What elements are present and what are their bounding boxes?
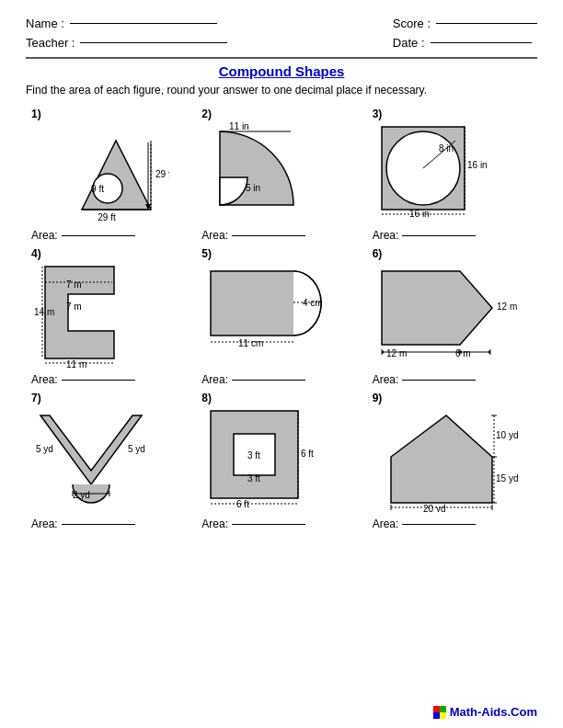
problem-5-area: Area:: [201, 373, 305, 386]
problem-3-num: 3): [373, 108, 383, 120]
svg-text:11 in: 11 in: [229, 122, 249, 131]
problem-6: 6) 12 m 12 m 6 m: [367, 244, 537, 388]
date-row: Date :: [393, 36, 537, 50]
watermark-text: Math-Aids.Com: [450, 705, 537, 719]
svg-text:8 in: 8 in: [439, 143, 454, 154]
problems-grid: 1) 9 ft 29 ft 29 ft: [26, 104, 537, 532]
svg-text:7 m: 7 m: [66, 301, 82, 312]
svg-text:29 ft: 29 ft: [98, 212, 116, 222]
name-row: Name :: [26, 17, 227, 30]
teacher-row: Teacher :: [26, 36, 227, 50]
problem-9-svg: 10 yd 15 yd 20 yd: [373, 406, 520, 512]
svg-text:6 m: 6 m: [455, 348, 471, 358]
name-label: Name :: [26, 17, 64, 30]
problem-8-svg: 3 ft 3 ft 6 ft 6 ft: [201, 406, 339, 512]
svg-text:14 m: 14 m: [34, 307, 54, 317]
header-right: Score : Date :: [393, 17, 537, 50]
problem-2-num: 2): [201, 108, 212, 120]
svg-text:5 yd: 5 yd: [128, 444, 145, 454]
problem-1: 1) 9 ft 29 ft 29 ft: [26, 104, 196, 244]
svg-text:11 cm: 11 cm: [238, 338, 263, 348]
teacher-label: Teacher :: [26, 36, 75, 50]
problem-4-area: Area:: [31, 373, 135, 386]
svg-text:3 ft: 3 ft: [247, 473, 260, 483]
svg-text:5 in: 5 in: [246, 183, 260, 193]
svg-text:9 ft: 9 ft: [91, 184, 104, 194]
teacher-line: [80, 42, 227, 43]
problem-6-svg: 12 m 12 m 6 m: [373, 262, 520, 368]
page: Name : Teacher : Score : Date : Compound…: [0, 0, 563, 728]
problem-2-svg: 11 in 5 in: [201, 122, 321, 223]
problem-1-num: 1): [31, 108, 41, 120]
instructions: Find the area of each figure, round your…: [26, 84, 537, 97]
problem-9-area: Area:: [373, 518, 477, 530]
score-line: [436, 23, 537, 24]
watermark: Math-Aids.Com: [433, 702, 537, 720]
svg-marker-31: [382, 271, 492, 345]
problem-1-area: Area:: [31, 229, 135, 242]
header-left: Name : Teacher :: [26, 17, 227, 50]
date-label: Date :: [393, 36, 425, 50]
svg-text:2 yd: 2 yd: [73, 490, 90, 500]
problem-8-area: Area:: [201, 518, 305, 530]
svg-text:10 yd: 10 yd: [496, 430, 518, 440]
problem-4-svg: 14 m 7 m 7 m 11 m: [31, 262, 169, 368]
date-line: [431, 42, 532, 43]
problem-7-svg: 5 yd 5 yd 2 yd: [31, 406, 169, 512]
svg-text:29 ft: 29 ft: [155, 169, 169, 179]
problem-3-area: Area:: [373, 229, 477, 242]
svg-marker-58: [391, 415, 492, 503]
problem-7-num: 7): [31, 392, 41, 404]
score-label: Score :: [393, 17, 431, 30]
svg-text:16 in: 16 in: [467, 160, 488, 170]
page-title: Compound Shapes: [26, 63, 537, 79]
problem-1-svg: 9 ft 29 ft 29 ft: [31, 122, 169, 223]
problem-3: 3) 8 in 16 in 16 in Area:: [367, 104, 537, 244]
score-row: Score :: [393, 17, 537, 30]
svg-text:3 ft: 3 ft: [247, 450, 260, 461]
svg-text:5 yd: 5 yd: [36, 444, 53, 454]
svg-text:7 m: 7 m: [66, 279, 82, 290]
problem-9-num: 9): [373, 392, 383, 404]
problem-5-svg: 4 cm 11 cm: [201, 262, 339, 368]
problem-4: 4) 14 m 7 m 7 m 11 m Area:: [26, 244, 196, 388]
problem-5-num: 5): [201, 247, 212, 260]
problem-3-svg: 8 in 16 in 16 in: [373, 122, 501, 223]
problem-2-area: Area:: [201, 229, 305, 242]
watermark-icon: [433, 706, 446, 719]
divider: [26, 57, 537, 59]
name-line: [70, 23, 217, 24]
problem-6-area: Area:: [373, 373, 477, 386]
problem-8: 8) 3 ft 3 ft 6 ft 6 ft Area:: [196, 388, 366, 532]
problem-5: 5) 4 cm 11 cm Area:: [196, 244, 366, 388]
problem-4-num: 4): [31, 247, 41, 260]
svg-text:20 yd: 20 yd: [423, 504, 445, 512]
svg-text:6 ft: 6 ft: [301, 449, 314, 459]
svg-text:12 m: 12 m: [386, 348, 407, 358]
problem-8-num: 8): [201, 392, 212, 404]
problem-9: 9) 10 yd 15 yd 20 yd: [367, 388, 537, 532]
svg-text:12 m: 12 m: [497, 301, 517, 312]
problem-2: 2) 11 in 5 in Area:: [196, 104, 366, 244]
problem-7-area: Area:: [31, 518, 135, 530]
svg-text:15 yd: 15 yd: [496, 473, 518, 483]
header: Name : Teacher : Score : Date :: [26, 17, 537, 50]
problem-7: 7) 5 yd 5 yd 2 yd Area:: [26, 388, 196, 532]
problem-6-num: 6): [373, 247, 383, 260]
